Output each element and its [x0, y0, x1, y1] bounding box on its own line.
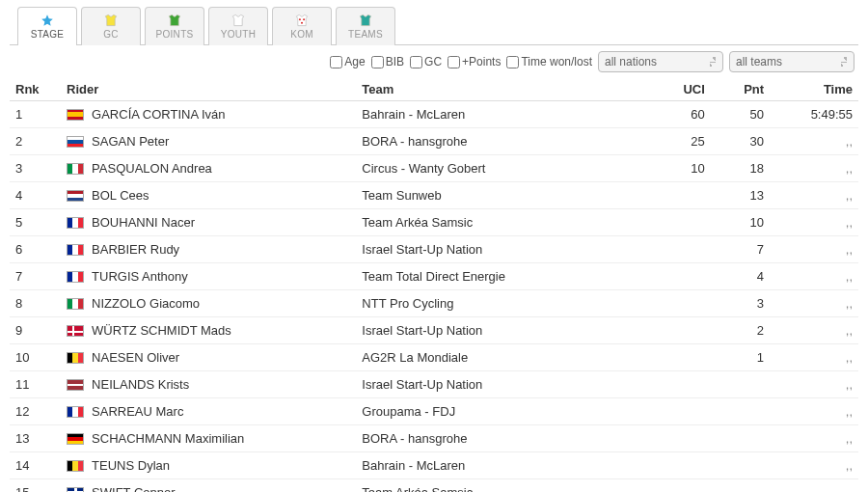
cell-pnt: 10: [711, 209, 770, 236]
cell-time: ,,: [770, 128, 858, 155]
filter-age[interactable]: Age: [330, 55, 365, 68]
tab-points[interactable]: POINTS: [145, 7, 204, 45]
cell-rider: BOUHANNI Nacer: [61, 209, 356, 236]
tab-teams[interactable]: TEAMS: [336, 7, 395, 45]
col-header-rnk[interactable]: Rnk: [10, 78, 61, 101]
cell-time: ,,: [770, 371, 858, 398]
svg-point-0: [299, 18, 301, 20]
rider-link[interactable]: SAGAN Peter: [92, 134, 169, 149]
filter-time[interactable]: Time won/lost: [506, 55, 592, 68]
rider-link[interactable]: PASQUALON Andrea: [92, 161, 212, 176]
flag-icon: [67, 460, 84, 472]
filter-time-checkbox[interactable]: [506, 56, 519, 68]
cell-rnk: 3: [10, 155, 61, 182]
nations-select[interactable]: all nations: [598, 51, 723, 72]
cell-team[interactable]: BORA - hansgrohe: [356, 425, 651, 452]
tab-label: KOM: [290, 29, 313, 40]
cell-team[interactable]: Israel Start-Up Nation: [356, 371, 651, 398]
flag-icon: [67, 352, 84, 364]
tab-stage[interactable]: STAGE: [17, 7, 77, 45]
cell-rnk: 15: [10, 479, 61, 493]
cell-team[interactable]: NTT Pro Cycling: [356, 290, 651, 317]
cell-team[interactable]: Groupama - FDJ: [356, 398, 651, 425]
filter-bib[interactable]: BIB: [371, 55, 404, 68]
jersey-polka-icon: [293, 14, 311, 27]
filter-gc-checkbox[interactable]: [410, 56, 422, 68]
cell-pnt: 1: [711, 344, 770, 371]
cell-uci: [652, 182, 711, 209]
col-header-team[interactable]: Team: [356, 78, 651, 101]
rider-link[interactable]: SWIFT Connor: [92, 485, 175, 492]
flag-icon: [67, 109, 84, 121]
cell-team[interactable]: Team Total Direct Energie: [356, 263, 651, 290]
nations-select-value: all nations: [605, 55, 657, 68]
cell-team[interactable]: Bahrain - McLaren: [356, 101, 651, 128]
col-header-rider[interactable]: Rider: [61, 78, 356, 101]
cell-team[interactable]: Israel Start-Up Nation: [356, 317, 651, 344]
cell-rnk: 10: [10, 344, 61, 371]
rider-link[interactable]: GARCÍA CORTINA Iván: [92, 107, 225, 122]
table-row: 6BARBIER RudyIsrael Start-Up Nation7,,: [10, 236, 858, 263]
filter-points-checkbox[interactable]: [448, 56, 460, 68]
rider-link[interactable]: WÜRTZ SCHMIDT Mads: [92, 323, 231, 338]
table-row: 1GARCÍA CORTINA IvánBahrain - McLaren605…: [10, 101, 858, 128]
cell-team[interactable]: BORA - hansgrohe: [356, 128, 651, 155]
cell-rider: SAGAN Peter: [61, 128, 356, 155]
cell-team[interactable]: AG2R La Mondiale: [356, 344, 651, 371]
filter-bib-checkbox[interactable]: [371, 56, 384, 68]
cell-team[interactable]: Bahrain - McLaren: [356, 452, 651, 479]
col-header-uci[interactable]: UCI: [652, 78, 711, 101]
rider-link[interactable]: TEUNS Dylan: [92, 458, 170, 473]
cell-team[interactable]: Team Arkéa Samsic: [356, 479, 651, 493]
tab-gc[interactable]: GC: [81, 7, 141, 45]
tab-kom[interactable]: KOM: [272, 7, 332, 45]
cell-pnt: 30: [711, 128, 770, 155]
table-row: 5BOUHANNI NacerTeam Arkéa Samsic10,,: [10, 209, 858, 236]
table-row: 12SARREAU MarcGroupama - FDJ,,: [10, 398, 858, 425]
cell-rider: WÜRTZ SCHMIDT Mads: [61, 317, 356, 344]
cell-uci: [652, 290, 711, 317]
rider-link[interactable]: SCHACHMANN Maximilian: [92, 431, 244, 446]
cell-team[interactable]: Israel Start-Up Nation: [356, 236, 651, 263]
tab-label: POINTS: [155, 29, 193, 40]
rider-link[interactable]: BOUHANNI Nacer: [92, 215, 195, 230]
table-row: 13SCHACHMANN MaximilianBORA - hansgrohe,…: [10, 425, 858, 452]
filter-gc[interactable]: GC: [410, 55, 442, 68]
cell-uci: [652, 479, 711, 493]
cell-time: ,,: [770, 452, 858, 479]
cell-team[interactable]: Team Sunweb: [356, 182, 651, 209]
cell-uci: [652, 398, 711, 425]
filter-age-label: Age: [344, 55, 365, 68]
cell-rnk: 12: [10, 398, 61, 425]
filter-age-checkbox[interactable]: [330, 56, 342, 68]
cell-uci: [652, 236, 711, 263]
teams-select[interactable]: all teams: [729, 51, 854, 72]
cell-uci: [652, 425, 711, 452]
rider-link[interactable]: NEILANDS Krists: [92, 377, 189, 392]
cell-rider: TEUNS Dylan: [61, 452, 356, 479]
cell-time: 5:49:55: [770, 101, 858, 128]
cell-pnt: 3: [711, 290, 770, 317]
cell-time: ,,: [770, 182, 858, 209]
cell-time: ,,: [770, 155, 858, 182]
rider-link[interactable]: SARREAU Marc: [92, 404, 183, 419]
cell-rnk: 6: [10, 236, 61, 263]
star-icon: [39, 14, 56, 27]
rider-link[interactable]: TURGIS Anthony: [92, 269, 188, 284]
cell-rnk: 4: [10, 182, 61, 209]
cell-team[interactable]: Circus - Wanty Gobert: [356, 155, 651, 182]
rider-link[interactable]: NAESEN Oliver: [92, 350, 179, 365]
filter-points[interactable]: +Points: [448, 55, 501, 68]
rider-link[interactable]: BOL Cees: [92, 188, 149, 203]
flag-icon: [67, 325, 84, 337]
tab-youth[interactable]: YOUTH: [208, 7, 268, 45]
col-header-time[interactable]: Time: [770, 78, 858, 101]
teams-select-value: all teams: [736, 55, 782, 68]
cell-rider: PASQUALON Andrea: [61, 155, 356, 182]
jersey-green-icon: [166, 14, 183, 27]
rider-link[interactable]: BARBIER Rudy: [92, 242, 179, 257]
cell-uci: [652, 344, 711, 371]
cell-team[interactable]: Team Arkéa Samsic: [356, 209, 651, 236]
col-header-pnt[interactable]: Pnt: [711, 78, 770, 101]
rider-link[interactable]: NIZZOLO Giacomo: [92, 296, 200, 311]
